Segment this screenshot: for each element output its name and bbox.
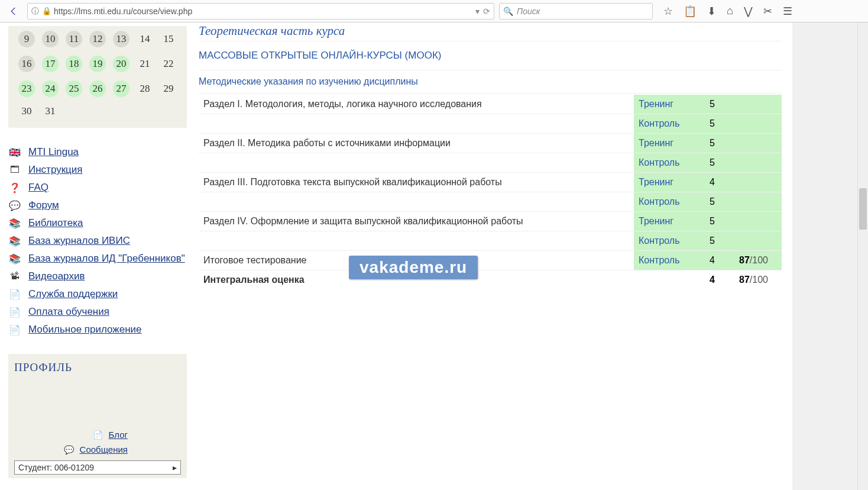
calendar-block: 9101112131415161718192021222324252627282… <box>8 26 187 128</box>
sidebar-item[interactable]: 🗔Инструкция <box>8 161 187 179</box>
score-value: 5 <box>705 212 734 231</box>
mooc-link[interactable]: МАССОВЫЕ ОТКРЫТЫЕ ОНЛАЙН-КУРСЫ (МООК) <box>199 41 782 70</box>
calendar-day[interactable]: 26 <box>86 77 109 101</box>
calendar-day[interactable]: 17 <box>39 52 61 76</box>
score-value: 5 <box>705 134 734 153</box>
sidebar-link[interactable]: FAQ <box>28 182 48 194</box>
url-bar[interactable]: ⓘ 🔒 https://lms.mti.edu.ru/course/view.p… <box>27 3 494 20</box>
activity-link[interactable]: Контроль <box>639 157 680 167</box>
vertical-scrollbar[interactable] <box>857 22 868 490</box>
doc-icon: 📄 <box>8 324 21 336</box>
downloads-icon[interactable]: ⬇ <box>707 5 716 18</box>
screenshot-icon[interactable]: ✂ <box>763 5 772 18</box>
calendar[interactable]: 9101112131415161718192021222324252627282… <box>14 26 181 122</box>
calendar-day[interactable]: 24 <box>39 77 61 101</box>
activity-link[interactable]: Тренинг <box>639 216 673 226</box>
calendar-day[interactable] <box>86 102 109 121</box>
calendar-day[interactable]: 28 <box>134 77 156 101</box>
calendar-day[interactable]: 12 <box>86 27 109 51</box>
profile-link[interactable]: Блог <box>109 430 128 440</box>
activity-link[interactable]: Тренинг <box>639 138 673 148</box>
calendar-day[interactable] <box>134 102 156 121</box>
sidebar-link[interactable]: Видеоархив <box>28 270 85 282</box>
search-placeholder: Поиск <box>517 7 540 16</box>
sidebar-item[interactable]: 📚Библиотека <box>8 214 187 232</box>
activity-link[interactable]: Контроль <box>639 118 680 128</box>
pocket-icon[interactable]: ⋁ <box>744 5 753 18</box>
calendar-day[interactable]: 9 <box>15 27 38 51</box>
bookmark-star-icon[interactable]: ☆ <box>663 5 673 18</box>
sidebar-link[interactable]: Оплата обучения <box>28 306 109 318</box>
sidebar-link[interactable]: База журналов ИВИС <box>28 235 130 247</box>
calendar-day[interactable]: 11 <box>63 27 85 51</box>
extra-score <box>734 192 782 212</box>
site-identity[interactable]: ⓘ 🔒 <box>31 6 51 17</box>
activity-cell[interactable]: Тренинг <box>634 134 705 153</box>
profile-link[interactable]: Сообщения <box>80 444 128 454</box>
sidebar-link[interactable]: Инструкция <box>28 164 83 176</box>
activity-cell[interactable]: Контроль <box>634 251 705 270</box>
activity-cell[interactable]: Контроль <box>634 114 705 134</box>
profile-item[interactable]: 💬Сообщения <box>14 442 140 457</box>
sidebar-item[interactable]: 📚База журналов ИД "Гребенников" <box>8 250 187 267</box>
activity-link[interactable]: Контроль <box>639 196 680 207</box>
activity-cell[interactable]: Тренинг <box>634 173 705 192</box>
calendar-day[interactable]: 30 <box>15 102 38 121</box>
activity-cell[interactable]: Тренинг <box>634 95 705 114</box>
sidebar-link[interactable]: Форум <box>28 199 59 211</box>
calendar-day[interactable]: 23 <box>15 77 38 101</box>
reload-icon[interactable]: ⟳ <box>483 7 490 16</box>
activity-link[interactable]: Тренинг <box>639 99 673 109</box>
sidebar-item[interactable]: 💬Форум <box>8 196 187 214</box>
profile-item[interactable]: 📄Блог <box>14 427 140 442</box>
sidebar-item[interactable]: ❓FAQ <box>8 179 187 196</box>
method-link[interactable]: Методические указания по изучению дисцип… <box>199 70 782 94</box>
sidebar-link[interactable]: Библиотека <box>28 217 83 229</box>
sidebar-link[interactable]: MTI Lingua <box>28 146 79 158</box>
doc-icon: 📄 <box>93 430 103 440</box>
calendar-day[interactable]: 10 <box>39 27 61 51</box>
calendar-day[interactable] <box>110 102 132 121</box>
question-icon: ❓ <box>8 182 21 194</box>
calendar-day[interactable]: 19 <box>86 52 109 76</box>
calendar-day[interactable]: 16 <box>15 52 38 76</box>
calendar-day[interactable]: 14 <box>134 27 156 51</box>
sidebar-item[interactable]: 📄Мобильное приложение <box>8 321 187 339</box>
sidebar-link[interactable]: Служба поддержки <box>28 288 118 300</box>
activity-link[interactable]: Контроль <box>639 255 680 265</box>
sidebar-item[interactable]: 🇬🇧MTI Lingua <box>8 143 187 161</box>
activity-link[interactable]: Тренинг <box>639 177 673 187</box>
sidebar-link[interactable]: База журналов ИД "Гребенников" <box>28 253 185 265</box>
activity-link[interactable]: Контроль <box>639 236 680 246</box>
sidebar-item[interactable]: 📽Видеоархив <box>8 267 187 285</box>
calendar-day[interactable]: 22 <box>157 52 180 76</box>
calendar-day[interactable]: 21 <box>134 52 156 76</box>
calendar-day[interactable]: 13 <box>110 27 132 51</box>
student-select[interactable]: Студент: 006-01209 ▸ <box>14 460 181 475</box>
activity-cell[interactable]: Тренинг <box>634 212 705 231</box>
calendar-day[interactable]: 29 <box>157 77 180 101</box>
calendar-day[interactable]: 27 <box>110 77 132 101</box>
sidebar-item[interactable]: 📄Оплата обучения <box>8 303 187 321</box>
home-icon[interactable]: ⌂ <box>727 5 733 17</box>
back-button[interactable] <box>5 3 22 20</box>
calendar-day[interactable]: 25 <box>63 77 85 101</box>
dropdown-icon[interactable]: ▾ <box>475 7 480 16</box>
activity-cell[interactable]: Контроль <box>634 192 705 212</box>
calendar-day[interactable]: 18 <box>63 52 85 76</box>
reading-list-icon[interactable]: 📋 <box>684 5 697 18</box>
calendar-day[interactable] <box>63 102 85 121</box>
search-bar[interactable]: 🔍 Поиск <box>499 3 653 20</box>
calendar-day[interactable]: 20 <box>110 52 132 76</box>
activity-cell[interactable]: Контроль <box>634 153 705 173</box>
calendar-day[interactable]: 31 <box>39 102 61 121</box>
menu-icon[interactable]: ☰ <box>783 5 792 18</box>
calendar-day[interactable] <box>157 102 180 121</box>
calendar-day[interactable]: 15 <box>157 27 180 51</box>
sidebar-item[interactable]: 📄Служба поддержки <box>8 285 187 303</box>
sidebar-item[interactable]: 📚База журналов ИВИС <box>8 232 187 250</box>
scrollbar-thumb[interactable] <box>859 188 867 230</box>
sidebar-link[interactable]: Мобильное приложение <box>28 324 142 336</box>
main-area: Теоретическая часть курса МАССОВЫЕ ОТКРЫ… <box>195 22 792 490</box>
activity-cell[interactable]: Контроль <box>634 231 705 251</box>
